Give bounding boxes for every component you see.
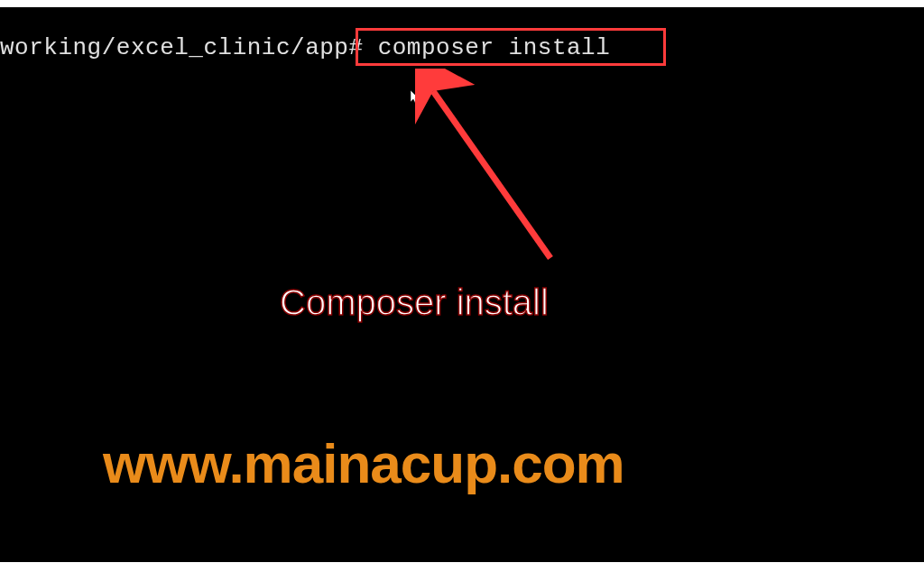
svg-line-0 [433, 91, 550, 258]
annotation-caption: Composer install [280, 282, 549, 323]
annotation-arrow-icon [415, 69, 578, 276]
watermark-text: www.mainacup.com [103, 431, 624, 495]
terminal-window[interactable]: working/excel_clinic/app# composer insta… [0, 7, 924, 562]
command-highlight-box [356, 28, 666, 66]
